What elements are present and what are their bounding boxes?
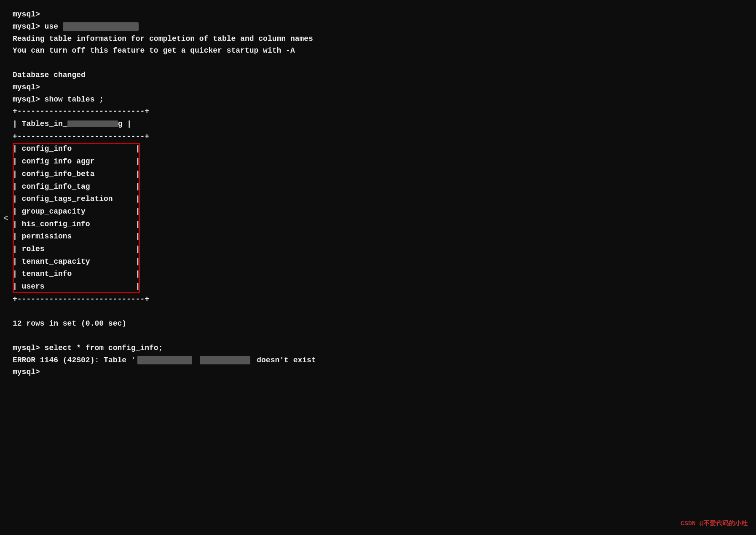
table-header-row: | Tables_in_ g | [13, 118, 149, 131]
table-row-config-tags-relation: | config_tags_relation | [13, 193, 140, 206]
table-row-his-config-info: | his_config_info | [13, 218, 140, 231]
watermark: CSDN @不爱代码的小杜 [681, 519, 748, 527]
terminal-window: mysql> mysql> use Reading table informat… [13, 8, 743, 378]
error-text-prefix: ERROR 1146 (42S02): Table ' [13, 354, 136, 366]
table-row-group-capacity: | group_capacity | [13, 206, 140, 218]
redacted-db-name [63, 22, 139, 31]
error-text-suffix: doesn't exist [252, 354, 316, 366]
tables-output: +----------------------------+ | Tables_… [13, 105, 149, 305]
blank-line-3 [13, 330, 743, 342]
watermark-csdn-label: CSDN @不爱代码的小杜 [681, 519, 748, 527]
chevron-left-icon: < [3, 213, 8, 223]
table-row-users: | users | [13, 281, 140, 293]
table-row-permissions: | permissions | [13, 230, 140, 243]
show-tables-cmd: mysql> show tables ; [13, 94, 743, 106]
use-command-line: mysql> use [13, 21, 743, 33]
table-bottom-border: +----------------------------+ [13, 293, 149, 306]
final-prompt: mysql> [13, 366, 743, 378]
select-cmd: mysql> select * from config_info; [13, 342, 743, 354]
highlighted-table-rows: < | config_info | | config_info_aggr | |… [13, 143, 140, 293]
table-row-config-info: | config_info | [13, 143, 140, 155]
blank-line-2 [13, 305, 743, 318]
reading-table-info: Reading table information for completion… [13, 33, 743, 45]
you-can-turn-off: You can turn off this feature to get a q… [13, 45, 743, 57]
error-text-middle [194, 354, 198, 366]
table-row-tenant-capacity: | tenant_capacity | [13, 256, 140, 268]
table-row-tenant-info: | tenant_info | [13, 268, 140, 281]
table-top-border: +----------------------------+ [13, 105, 149, 118]
table-row-roles: | roles | [13, 243, 140, 256]
prompt-line-2: mysql> [13, 81, 743, 94]
blank-line-1 [13, 57, 743, 69]
table-row-config-info-aggr: | config_info_aggr | [13, 155, 140, 168]
prompt-line-1: mysql> [13, 8, 743, 21]
error-line: ERROR 1146 (42S02): Table ' doesn't exis… [13, 354, 743, 366]
db-changed: Database changed [13, 69, 743, 81]
table-row-config-info-tag: | config_info_tag | [13, 181, 140, 193]
row-count: 12 rows in set (0.00 sec) [13, 318, 743, 330]
table-row-config-info-beta: | config_info_beta | [13, 168, 140, 181]
redacted-error-table-1 [137, 356, 192, 364]
redacted-db-name-2 [67, 120, 118, 127]
redacted-error-table-2 [200, 356, 250, 364]
table-header-divider: +----------------------------+ [13, 131, 149, 143]
